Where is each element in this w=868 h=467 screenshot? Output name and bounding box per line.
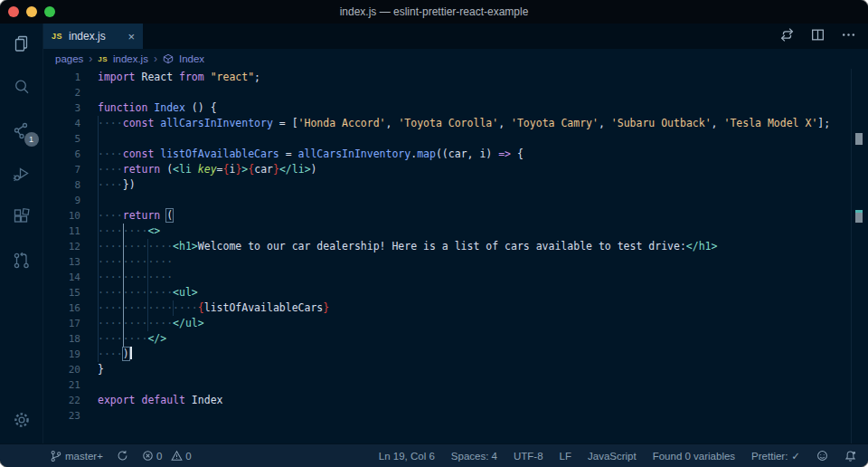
- problems-status[interactable]: 0 0: [142, 450, 192, 462]
- search-icon: [11, 76, 33, 101]
- code-line[interactable]: 4····const allCarsInInventory = ['Honda …: [43, 116, 868, 131]
- zoom-button[interactable]: [44, 6, 55, 17]
- code-token: }: [273, 163, 279, 176]
- sidebar-item-extensions[interactable]: [0, 197, 43, 241]
- code-token: 'Tesla Model X': [723, 117, 817, 129]
- indent-guide: [98, 239, 99, 254]
- indent-guide: [98, 347, 99, 362]
- indent-guide: [147, 316, 148, 331]
- code-line[interactable]: 7····return (<li key={i}>{car}</li>): [43, 162, 868, 177]
- code-line[interactable]: 11········<>: [43, 224, 868, 239]
- error-count: 0: [156, 451, 162, 462]
- more-actions-icon[interactable]: [841, 27, 856, 46]
- code-line[interactable]: 21: [43, 377, 868, 393]
- line-number: 21: [43, 377, 98, 393]
- indentation-status[interactable]: Spaces: 4: [451, 451, 497, 462]
- line-number: 2: [43, 85, 98, 100]
- code-token: 'Toyota Corolla': [398, 117, 498, 129]
- run-debug-icon: [11, 163, 33, 188]
- code-line[interactable]: 15············<ul>: [43, 285, 868, 300]
- close-button[interactable]: [8, 6, 19, 17]
- prettier-status[interactable]: Prettier: ✓: [751, 450, 800, 462]
- code-token: ((car, i): [436, 148, 498, 160]
- source-control-badge: 1: [24, 132, 39, 147]
- git-branch-status[interactable]: master+: [50, 450, 103, 462]
- open-changes-icon[interactable]: [779, 27, 795, 46]
- code-line[interactable]: 3function Index () {: [43, 100, 868, 116]
- indent-guide: [98, 208, 99, 224]
- code-token: ,: [498, 117, 511, 129]
- code-line[interactable]: 6····const listOfAvailableCars = allCars…: [43, 147, 868, 162]
- indent-guide: [98, 331, 99, 347]
- line-number: 15: [43, 285, 98, 300]
- sidebar-item-github-pull-requests[interactable]: [0, 241, 43, 284]
- code-line[interactable]: 17············</ul>: [43, 316, 868, 331]
- breadcrumb-symbol[interactable]: Index: [179, 53, 204, 64]
- indent-guide: [98, 162, 99, 177]
- sync-button[interactable]: [117, 450, 128, 462]
- sidebar-item-source-control[interactable]: 1: [0, 110, 43, 154]
- code-line[interactable]: 16················{listOfAvailableCars}: [43, 300, 868, 316]
- tab-index-js[interactable]: JS index.js ×: [43, 24, 143, 49]
- code-line[interactable]: 10····return (: [43, 208, 868, 224]
- feedback-smiley-icon[interactable]: [816, 450, 828, 462]
- language-mode-status[interactable]: JavaScript: [588, 451, 637, 462]
- code-line[interactable]: 5: [43, 131, 868, 147]
- tab-close-icon[interactable]: ×: [127, 31, 135, 43]
- breadcrumb: pages › JS index.js › Index: [43, 49, 868, 69]
- indent-guide: [98, 193, 99, 208]
- cursor-position-status[interactable]: Ln 19, Col 6: [379, 451, 435, 462]
- code-token: const: [123, 117, 161, 129]
- settings-gear[interactable]: [0, 400, 43, 443]
- notifications-bell-icon[interactable]: [844, 450, 856, 462]
- prettier-label: Prettier:: [751, 451, 788, 462]
- line-number: 12: [43, 239, 98, 254]
- code-editor[interactable]: 1import React from "react";23function In…: [43, 69, 868, 443]
- line-number: 18: [43, 331, 98, 347]
- breadcrumb-folder[interactable]: pages: [55, 53, 83, 64]
- line-number: 22: [43, 393, 98, 408]
- active-indent-guide: [123, 254, 124, 270]
- code-token: "react": [211, 71, 254, 83]
- code-line[interactable]: 1import React from "react";: [43, 70, 868, 85]
- text-cursor: [130, 347, 132, 359]
- code-line[interactable]: 20}: [43, 362, 868, 377]
- whitespace-dots: ············: [98, 317, 173, 329]
- variables-info-status[interactable]: Found 0 variables: [653, 451, 735, 462]
- code-line[interactable]: 12············<h1>Welcome to our car dea…: [43, 239, 868, 254]
- split-editor-icon[interactable]: [810, 27, 826, 46]
- code-line[interactable]: 18········</>: [43, 331, 868, 347]
- indent-guide: [98, 254, 99, 270]
- code-token: 'Subaru Outback': [611, 117, 712, 129]
- sidebar-item-run-debug[interactable]: [0, 154, 43, 197]
- encoding-status[interactable]: UTF-8: [514, 451, 543, 462]
- vscode-window: index.js — eslint-prettier-react-example: [0, 0, 868, 467]
- code-line[interactable]: 19····): [43, 347, 868, 362]
- whitespace-dots: ············: [98, 240, 173, 253]
- code-line[interactable]: 8····}): [43, 177, 868, 193]
- line-number: 16: [43, 300, 98, 316]
- editor-group: JS index.js ×: [43, 24, 868, 443]
- code-token: =>: [498, 148, 511, 160]
- sidebar-item-search[interactable]: [0, 67, 43, 110]
- whitespace-dots: ············: [98, 255, 173, 268]
- indent-guide: [98, 147, 99, 162]
- code-line[interactable]: 2: [43, 85, 868, 100]
- breadcrumb-file[interactable]: index.js: [113, 53, 148, 64]
- code-line[interactable]: 13············: [43, 254, 868, 270]
- minimize-button[interactable]: [26, 6, 37, 17]
- sidebar-item-explorer[interactable]: [0, 24, 43, 67]
- code-line[interactable]: 14············: [43, 270, 868, 285]
- indent-guide: [147, 239, 148, 254]
- indent-guide: [98, 177, 99, 193]
- overview-ruler[interactable]: [851, 69, 868, 443]
- code-token: {: [511, 148, 524, 160]
- line-number: 20: [43, 362, 98, 377]
- code-line[interactable]: 23: [43, 408, 868, 424]
- code-line[interactable]: 9: [43, 193, 868, 208]
- code-token: 'Toyota Camry': [511, 117, 599, 129]
- eol-status[interactable]: LF: [560, 451, 571, 462]
- code-line[interactable]: 22export default Index: [43, 393, 868, 408]
- activity-bar: 1: [0, 24, 43, 443]
- code-token: }: [323, 301, 329, 314]
